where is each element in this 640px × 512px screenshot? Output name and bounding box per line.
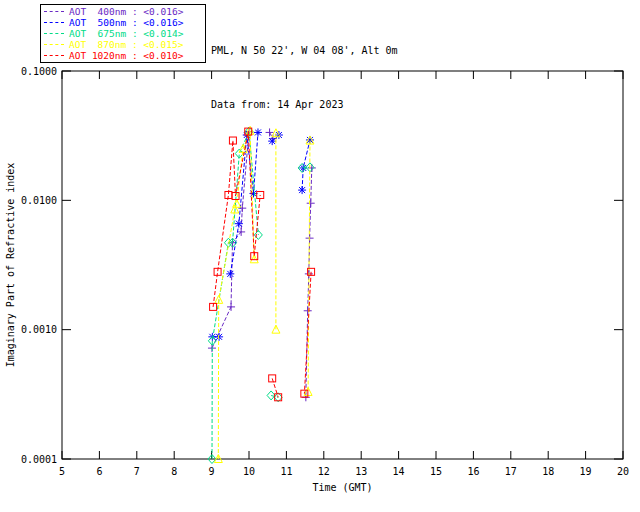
marker-plus xyxy=(304,307,312,315)
marker-plus xyxy=(307,199,315,207)
x-tick-label: 19 xyxy=(580,466,592,477)
legend-box: AOT 400nm : <0.016>AOT 500nm : <0.016>AO… xyxy=(40,4,206,63)
series-line-aot-870nm xyxy=(218,131,254,459)
x-tick-label: 5 xyxy=(59,466,65,477)
y-axis-title: Imaginary Part of Refractive index xyxy=(5,163,16,368)
marker-plus xyxy=(227,303,235,311)
marker-asterisk xyxy=(298,186,306,194)
y-tick-label: 0.1000 xyxy=(21,66,57,77)
legend-label: AOT 400nm : <0.016> xyxy=(69,6,183,17)
legend-entry-10200010nm: AOT 1020nm : <0.010> xyxy=(44,50,202,61)
chart-page: 5678910111213141516171819200.10000.01000… xyxy=(0,0,640,512)
x-tick-label: 20 xyxy=(617,466,629,477)
station-location: PML, N 50 22', W 04 08', Alt 0m xyxy=(211,42,398,60)
legend-line-sample xyxy=(44,22,64,23)
legend-label: AOT 870nm : <0.015> xyxy=(69,39,183,50)
x-tick-label: 8 xyxy=(171,466,177,477)
x-tick-label: 12 xyxy=(318,466,330,477)
legend-entry-6750014nm: AOT 675nm : <0.014> xyxy=(44,28,202,39)
legend-entry-8700015nm: AOT 870nm : <0.015> xyxy=(44,39,202,50)
x-tick-label: 13 xyxy=(355,466,367,477)
x-tick-label: 9 xyxy=(209,466,215,477)
legend-label: AOT 500nm : <0.016> xyxy=(69,17,183,28)
x-tick-label: 7 xyxy=(134,466,140,477)
marker-asterisk xyxy=(235,220,243,228)
x-tick-label: 11 xyxy=(280,466,292,477)
x-tick-label: 18 xyxy=(542,466,554,477)
x-tick-label: 16 xyxy=(467,466,479,477)
x-tick-label: 10 xyxy=(243,466,255,477)
y-tick-label: 0.0001 xyxy=(21,454,57,465)
marker-square xyxy=(269,375,276,382)
legend-label: AOT 1020nm : <0.010> xyxy=(69,50,183,61)
x-tick-label: 17 xyxy=(505,466,517,477)
legend-line-sample xyxy=(44,44,64,45)
legend-label: AOT 675nm : <0.014> xyxy=(69,28,183,39)
legend-entry-4000016nm: AOT 400nm : <0.016> xyxy=(44,6,202,17)
y-tick-label: 0.0100 xyxy=(21,195,57,206)
marker-asterisk xyxy=(226,270,234,278)
x-tick-label: 14 xyxy=(393,466,405,477)
x-tick-label: 6 xyxy=(96,466,102,477)
marker-square xyxy=(257,191,264,198)
legend-line-sample xyxy=(44,55,64,56)
station-header: PML, N 50 22', W 04 08', Alt 0m Data fro… xyxy=(211,6,398,150)
x-axis-title: Time (GMT) xyxy=(312,482,372,493)
data-date: Data from: 14 Apr 2023 xyxy=(211,96,398,114)
y-tick-label: 0.0010 xyxy=(21,324,57,335)
legend-line-sample xyxy=(44,11,64,12)
x-tick-label: 15 xyxy=(430,466,442,477)
marker-diamond xyxy=(267,391,275,400)
legend-line-sample xyxy=(44,33,64,34)
legend-entry-5000016nm: AOT 500nm : <0.016> xyxy=(44,17,202,28)
